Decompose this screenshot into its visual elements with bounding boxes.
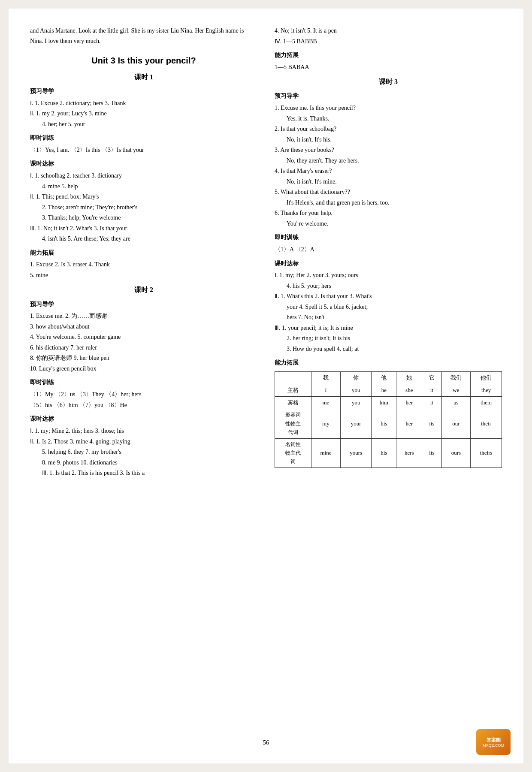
cell-her-a: her [396,409,422,438]
table-row-noun-poss: 名词性物主代词 mine yours his hers its ours the… [275,438,502,467]
row-label-object: 宾格 [275,397,311,409]
keshi1-title: 课时 1 [30,71,257,83]
keshi3-d6: 2. her ring; it isn't; It is his [275,333,502,344]
cell-us: us [441,397,471,409]
yuxue3-title: 预习导学 [275,91,502,101]
cell-theirs: theirs [471,438,502,467]
table-header-tamen: 他们 [471,372,502,384]
cell-our: our [441,409,471,438]
right-l0: 4. No; it isn't 5. It is a pen [275,26,502,36]
keshi3-d7: 3. How do you spell 4. call; at [275,344,502,355]
cell-its-n: its [422,438,441,467]
yuxue3-q3: 4. Is that Mary's eraser? [275,166,502,177]
table-row-object: 宾格 me you him her it us them [275,397,502,409]
cell-i: I [311,384,341,397]
nengli3-title: 能力拓展 [275,358,502,368]
table-header-ta-f: 她 [396,372,422,384]
keshi3-d5: Ⅲ. 1. your pencil; it is; It is mine [275,323,502,334]
yuxue3-a0: Yes, it is. Thanks. [275,114,502,124]
row-label-subject: 主格 [275,384,311,397]
cell-yours: yours [340,438,372,467]
cell-its-a: its [422,409,441,438]
cell-we: we [441,384,471,397]
cell-they: they [471,384,502,397]
keshi3-d4: hers 7. No; isn't [275,312,502,323]
keshi1-d2: Ⅱ. 1. This; penci box; Mary's [30,192,257,202]
yuxue1-line3: 4. her; her 5. your [30,119,257,130]
keshi2-dabiao-title: 课时达标 [30,414,257,424]
row-label-adj-poss: 形容词性物主代词 [275,409,311,438]
page: and Anais Martane. Look at the little gi… [9,9,523,763]
keshi3-d1: 4. his 5. your; hers [275,281,502,292]
cell-it-o: it [422,397,441,409]
yuxue3-a4: It's Helen's, and that green pen is hers… [275,198,502,208]
yuxue2-l4: 8. 你的英语老师 9. her blue pen [30,353,257,364]
cell-your-a: your [340,409,372,438]
watermark-line2: MXQE.COM [483,743,504,748]
cell-my: my [311,409,341,438]
keshi1-d1: 4. mine 5. help [30,181,257,192]
table-header-wo: 我 [311,372,341,384]
cell-you-s: you [340,384,372,397]
keshi2-d2: 5. helping 6. they 7. my brother's [30,447,257,458]
nengli1-title: 能力拓展 [30,248,257,258]
yuxue3-a3: No, it isn't. It's mine. [275,177,502,187]
watermark-logo: 答案圈 MXQE.COM [476,729,511,755]
jishi2-l1: 〈5〉his 〈6〉him 〈7〉you 〈8〉He [30,400,257,411]
yuxue2-l1: 3. how about/what about [30,322,257,332]
cell-her-o: her [396,397,422,409]
intro-text: and Anais Martane. Look at the little gi… [30,26,257,46]
yuxue2-title: 预习导学 [30,299,257,310]
jishi3-title: 即时训练 [275,232,502,243]
keshi1-dabiao-title: 课时达标 [30,159,257,169]
right-l1: Ⅳ. 1—5 BABBB [275,36,502,47]
yuxue3-a5: You' re welcome. [275,219,502,229]
yuxue2-l3: 6. his dictionary 7. her ruler [30,343,257,353]
jishi1-content: 〈1〉Yes, I am. 〈2〉Is this 〈3〉Is that your [30,145,257,156]
yuxue3-a2: No, they aren't. They are hers. [275,156,502,166]
cell-me: me [311,397,341,409]
table-row-subject: 主格 I you he she it we they [275,384,502,397]
table-header-ni: 你 [340,372,372,384]
watermark-line1: 答案圈 [487,737,501,743]
yuxue1-line2: Ⅱ. 1. my 2. your; Lucy's 3. mine [30,109,257,119]
cell-his-n: his [372,438,396,467]
right-column: 4. No; it isn't 5. It is a pen Ⅳ. 1—5 BA… [275,26,502,731]
keshi3-d0: Ⅰ. 1. my; Her 2. your 3. yours; ours [275,270,502,281]
keshi3-d3: your 4. Spell it 5. a blue 6. jacket; [275,302,502,313]
yuxue3-q1: 2. Is that your schoolbag? [275,124,502,135]
row-label-noun-poss: 名词性物主代词 [275,438,311,467]
nengli-r-content: 1—5 BABAA [275,62,502,73]
keshi2-d0: Ⅰ. 1. my; Mine 2. this; hers 3. those; h… [30,426,257,437]
unit-title: Unit 3 Is this your pencil? [30,53,257,68]
nengli1-line1: 1. Excuse 2. Is 3. eraser 4. Thank [30,259,257,270]
table-row-adj-poss: 形容词性物主代词 my your his her its our their [275,409,502,438]
cell-his-a: his [372,409,396,438]
keshi2-d3: 8. me 9. photos 10. dictionaries [30,458,257,468]
keshi1-d3: 2. Those; aren't mine; They're; brother'… [30,202,257,213]
cell-she: she [396,384,422,397]
yuxue3-a1: No, it isn't. It's his. [275,135,502,145]
nengli1-line2: 5. mine [30,270,257,281]
yuxue3-q5: 6. Thanks for your help. [275,208,502,219]
content-area: and Anais Martane. Look at the little gi… [30,26,502,731]
nengli-r-title: 能力拓展 [275,50,502,60]
keshi1-d6: 4. isn't his 5. Are these; Yes; they are [30,234,257,244]
table-header-empty [275,372,311,384]
pronoun-table: 我 你 他 她 它 我们 他们 主格 I you he [275,371,502,468]
keshi3-dabiao-title: 课时达标 [275,259,502,269]
cell-their: their [471,409,502,438]
jishi3-content: 〈1〉A 〈2〉A [275,244,502,255]
cell-ours: ours [441,438,471,467]
table-header-ta-m: 他 [372,372,396,384]
yuxue2-l2: 4. You're welcome. 5. computer game [30,332,257,343]
cell-you-o: you [340,397,372,409]
cell-hers: hers [396,438,422,467]
table-header-women: 我们 [441,372,471,384]
keshi2-d1: Ⅱ. 1. Is 2. Those 3. mine 4. going; play… [30,437,257,447]
yuxue3-q4: 5. What about that dictionary?? [275,187,502,198]
left-column: and Anais Martane. Look at the little gi… [30,26,257,731]
cell-him: him [372,397,396,409]
keshi3-d2: Ⅱ. 1. What's this 2. Is that your 3. Wha… [275,291,502,302]
yuxue2-l0: 1. Excuse me. 2. 为……而感谢 [30,311,257,322]
